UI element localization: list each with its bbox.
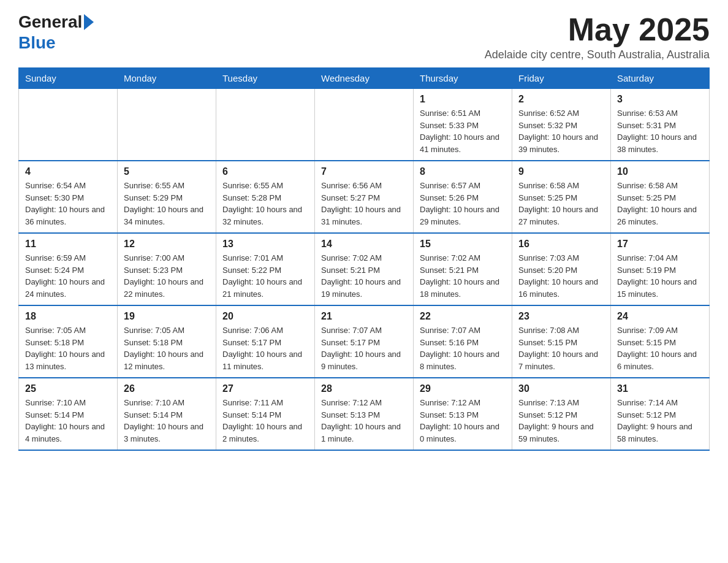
day-info: Sunrise: 6:55 AMSunset: 5:29 PMDaylight:… [124, 180, 210, 228]
day-number: 18 [25, 311, 111, 322]
day-info: Sunrise: 6:59 AMSunset: 5:24 PMDaylight:… [25, 252, 111, 300]
page-header: General Blue May 2025 Adelaide city cent… [18, 12, 710, 61]
calendar-week-row: 4Sunrise: 6:54 AMSunset: 5:30 PMDaylight… [19, 161, 710, 233]
calendar-cell [315, 89, 414, 161]
calendar-cell: 22Sunrise: 7:07 AMSunset: 5:16 PMDayligh… [414, 305, 512, 378]
day-info: Sunrise: 7:07 AMSunset: 5:17 PMDaylight:… [321, 324, 407, 372]
calendar-cell: 21Sunrise: 7:07 AMSunset: 5:17 PMDayligh… [315, 305, 414, 378]
day-info: Sunrise: 7:12 AMSunset: 5:13 PMDaylight:… [420, 397, 506, 445]
logo: General Blue [18, 12, 94, 53]
day-number: 28 [321, 383, 407, 394]
day-number: 30 [518, 383, 604, 394]
day-info: Sunrise: 7:05 AMSunset: 5:18 PMDaylight:… [25, 324, 111, 372]
day-number: 24 [617, 311, 703, 322]
day-number: 8 [420, 166, 506, 177]
day-info: Sunrise: 6:56 AMSunset: 5:27 PMDaylight:… [321, 180, 407, 228]
day-number: 20 [222, 311, 308, 322]
calendar-cell: 14Sunrise: 7:02 AMSunset: 5:21 PMDayligh… [315, 233, 414, 305]
calendar-cell: 30Sunrise: 7:13 AMSunset: 5:12 PMDayligh… [512, 378, 611, 450]
day-info: Sunrise: 6:51 AMSunset: 5:33 PMDaylight:… [420, 107, 506, 155]
day-number: 23 [518, 311, 604, 322]
day-of-week-header: Thursday [414, 68, 512, 89]
day-info: Sunrise: 7:11 AMSunset: 5:14 PMDaylight:… [222, 397, 308, 445]
page-subtitle: Adelaide city centre, South Australia, A… [485, 48, 710, 61]
day-of-week-header: Saturday [611, 68, 710, 89]
calendar-cell: 10Sunrise: 6:58 AMSunset: 5:25 PMDayligh… [611, 161, 710, 233]
day-info: Sunrise: 7:09 AMSunset: 5:15 PMDaylight:… [617, 324, 703, 372]
day-info: Sunrise: 7:01 AMSunset: 5:22 PMDaylight:… [222, 252, 308, 300]
day-info: Sunrise: 7:13 AMSunset: 5:12 PMDaylight:… [518, 397, 604, 445]
calendar-table: SundayMondayTuesdayWednesdayThursdayFrid… [18, 67, 710, 451]
day-number: 22 [420, 311, 506, 322]
day-number: 25 [25, 383, 111, 394]
day-of-week-header: Tuesday [216, 68, 315, 89]
day-number: 7 [321, 166, 407, 177]
day-info: Sunrise: 6:55 AMSunset: 5:28 PMDaylight:… [222, 180, 308, 228]
calendar-week-row: 18Sunrise: 7:05 AMSunset: 5:18 PMDayligh… [19, 305, 710, 378]
day-number: 15 [420, 239, 506, 250]
day-of-week-header: Sunday [19, 68, 118, 89]
calendar-cell: 19Sunrise: 7:05 AMSunset: 5:18 PMDayligh… [118, 305, 216, 378]
day-number: 21 [321, 311, 407, 322]
calendar-cell: 24Sunrise: 7:09 AMSunset: 5:15 PMDayligh… [611, 305, 710, 378]
day-number: 29 [420, 383, 506, 394]
day-number: 12 [124, 239, 210, 250]
calendar-cell [118, 89, 216, 161]
calendar-header-row: SundayMondayTuesdayWednesdayThursdayFrid… [19, 68, 710, 89]
calendar-cell: 4Sunrise: 6:54 AMSunset: 5:30 PMDaylight… [19, 161, 118, 233]
day-info: Sunrise: 7:12 AMSunset: 5:13 PMDaylight:… [321, 397, 407, 445]
calendar-cell: 7Sunrise: 6:56 AMSunset: 5:27 PMDaylight… [315, 161, 414, 233]
day-number: 10 [617, 166, 703, 177]
calendar-cell: 16Sunrise: 7:03 AMSunset: 5:20 PMDayligh… [512, 233, 611, 305]
day-info: Sunrise: 7:07 AMSunset: 5:16 PMDaylight:… [420, 324, 506, 372]
day-number: 1 [420, 94, 506, 105]
calendar-week-row: 25Sunrise: 7:10 AMSunset: 5:14 PMDayligh… [19, 378, 710, 450]
day-number: 31 [617, 383, 703, 394]
day-info: Sunrise: 7:14 AMSunset: 5:12 PMDaylight:… [617, 397, 703, 445]
calendar-cell: 25Sunrise: 7:10 AMSunset: 5:14 PMDayligh… [19, 378, 118, 450]
calendar-cell: 29Sunrise: 7:12 AMSunset: 5:13 PMDayligh… [414, 378, 512, 450]
calendar-cell: 3Sunrise: 6:53 AMSunset: 5:31 PMDaylight… [611, 89, 710, 161]
calendar-cell: 2Sunrise: 6:52 AMSunset: 5:32 PMDaylight… [512, 89, 611, 161]
day-number: 16 [518, 239, 604, 250]
day-number: 19 [124, 311, 210, 322]
calendar-cell: 13Sunrise: 7:01 AMSunset: 5:22 PMDayligh… [216, 233, 315, 305]
day-number: 9 [518, 166, 604, 177]
day-number: 11 [25, 239, 111, 250]
day-info: Sunrise: 7:08 AMSunset: 5:15 PMDaylight:… [518, 324, 604, 372]
calendar-cell: 8Sunrise: 6:57 AMSunset: 5:26 PMDaylight… [414, 161, 512, 233]
day-info: Sunrise: 6:58 AMSunset: 5:25 PMDaylight:… [617, 180, 703, 228]
calendar-cell: 20Sunrise: 7:06 AMSunset: 5:17 PMDayligh… [216, 305, 315, 378]
calendar-cell: 15Sunrise: 7:02 AMSunset: 5:21 PMDayligh… [414, 233, 512, 305]
calendar-cell [19, 89, 118, 161]
day-info: Sunrise: 7:02 AMSunset: 5:21 PMDaylight:… [321, 252, 407, 300]
calendar-cell: 17Sunrise: 7:04 AMSunset: 5:19 PMDayligh… [611, 233, 710, 305]
calendar-cell [216, 89, 315, 161]
logo-triangle-icon [84, 14, 94, 30]
calendar-week-row: 1Sunrise: 6:51 AMSunset: 5:33 PMDaylight… [19, 89, 710, 161]
calendar-cell: 5Sunrise: 6:55 AMSunset: 5:29 PMDaylight… [118, 161, 216, 233]
day-number: 4 [25, 166, 111, 177]
calendar-cell: 9Sunrise: 6:58 AMSunset: 5:25 PMDaylight… [512, 161, 611, 233]
day-number: 26 [124, 383, 210, 394]
day-number: 17 [617, 239, 703, 250]
day-of-week-header: Wednesday [315, 68, 414, 89]
calendar-cell: 31Sunrise: 7:14 AMSunset: 5:12 PMDayligh… [611, 378, 710, 450]
day-of-week-header: Friday [512, 68, 611, 89]
day-of-week-header: Monday [118, 68, 216, 89]
page-title: May 2025 [485, 12, 710, 47]
day-number: 13 [222, 239, 308, 250]
day-number: 2 [518, 94, 604, 105]
day-info: Sunrise: 7:10 AMSunset: 5:14 PMDaylight:… [124, 397, 210, 445]
day-info: Sunrise: 7:06 AMSunset: 5:17 PMDaylight:… [222, 324, 308, 372]
day-info: Sunrise: 7:05 AMSunset: 5:18 PMDaylight:… [124, 324, 210, 372]
day-number: 3 [617, 94, 703, 105]
day-info: Sunrise: 7:10 AMSunset: 5:14 PMDaylight:… [25, 397, 111, 445]
day-info: Sunrise: 7:02 AMSunset: 5:21 PMDaylight:… [420, 252, 506, 300]
day-number: 5 [124, 166, 210, 177]
calendar-cell: 1Sunrise: 6:51 AMSunset: 5:33 PMDaylight… [414, 89, 512, 161]
day-info: Sunrise: 7:04 AMSunset: 5:19 PMDaylight:… [617, 252, 703, 300]
calendar-cell: 18Sunrise: 7:05 AMSunset: 5:18 PMDayligh… [19, 305, 118, 378]
calendar-cell: 23Sunrise: 7:08 AMSunset: 5:15 PMDayligh… [512, 305, 611, 378]
logo-general-text: General [18, 12, 82, 32]
